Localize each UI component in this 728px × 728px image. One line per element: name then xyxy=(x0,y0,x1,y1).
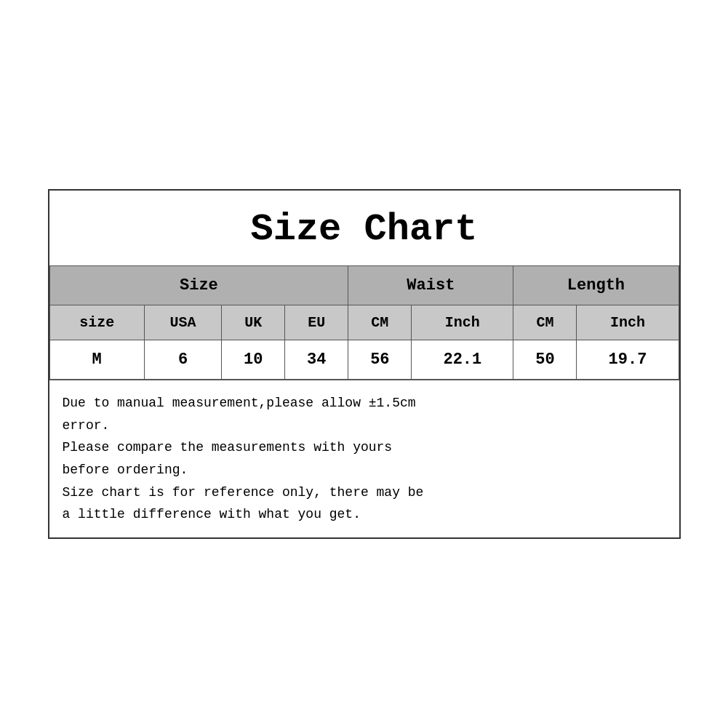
col-size: size xyxy=(49,305,144,340)
cell-waist-cm: 56 xyxy=(348,340,412,380)
col-waist-cm: CM xyxy=(348,305,412,340)
cell-length-cm: 50 xyxy=(513,340,577,380)
length-group-header: Length xyxy=(513,266,679,305)
cell-usa: 6 xyxy=(144,340,221,380)
col-waist-inch: Inch xyxy=(412,305,513,340)
size-table: Size Waist Length size USA UK EU CM Inch… xyxy=(49,265,679,380)
size-chart-container: Size Chart Size Waist Length size USA UK… xyxy=(48,189,681,539)
header-row-1: Size Waist Length xyxy=(49,266,679,305)
cell-eu: 34 xyxy=(285,340,348,380)
size-group-header: Size xyxy=(49,266,348,305)
chart-title: Size Chart xyxy=(49,191,679,265)
col-usa: USA xyxy=(144,305,221,340)
waist-group-header: Waist xyxy=(348,266,513,305)
cell-size: M xyxy=(49,340,144,380)
col-eu: EU xyxy=(285,305,348,340)
cell-waist-inch: 22.1 xyxy=(412,340,513,380)
col-uk: UK xyxy=(222,305,285,340)
col-length-inch: Inch xyxy=(577,305,679,340)
cell-uk: 10 xyxy=(222,340,285,380)
header-row-2: size USA UK EU CM Inch CM Inch xyxy=(49,305,679,340)
notes-text: Due to manual measurement,please allow ±… xyxy=(63,396,424,521)
table-row: M 6 10 34 56 22.1 50 19.7 xyxy=(49,340,679,380)
cell-length-inch: 19.7 xyxy=(577,340,679,380)
col-length-cm: CM xyxy=(513,305,577,340)
notes-section: Due to manual measurement,please allow ±… xyxy=(49,380,679,537)
